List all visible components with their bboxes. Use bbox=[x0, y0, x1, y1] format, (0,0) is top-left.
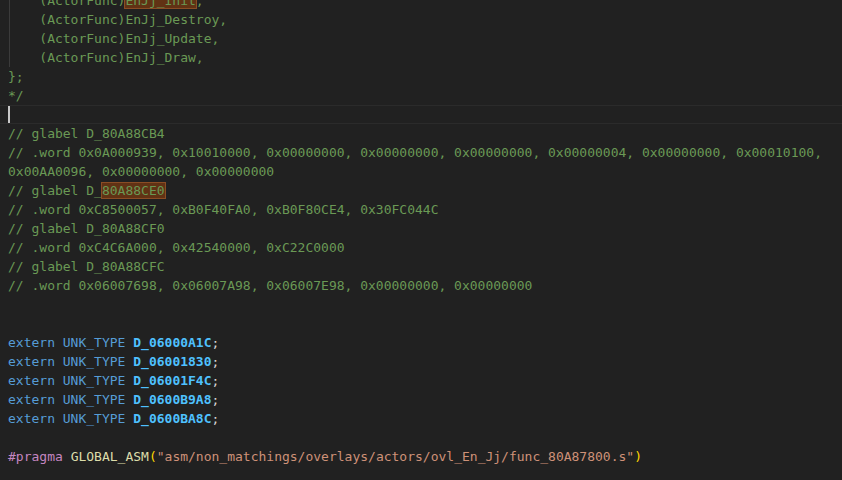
code-line[interactable]: extern UNK_TYPE D_06000A1C; bbox=[0, 333, 842, 352]
code-token: // glabel D_80A88CFC bbox=[8, 259, 165, 274]
code-token: (ActorFunc)EnJj_Draw, bbox=[8, 50, 204, 65]
code-line[interactable] bbox=[0, 295, 842, 314]
code-line[interactable]: // glabel D_80A88CE0 bbox=[0, 181, 842, 200]
search-match-highlight: 80A88CE0 bbox=[102, 183, 165, 198]
search-match-highlight: EnJj_Init bbox=[125, 0, 195, 8]
code-token: // glabel D_ bbox=[8, 183, 102, 198]
current-code-line[interactable] bbox=[0, 105, 842, 124]
code-token: ; bbox=[212, 373, 220, 388]
editor-screen: (ActorFunc)EnJj_Init, (ActorFunc)EnJj_De… bbox=[0, 0, 842, 480]
code-line[interactable]: (ActorFunc)EnJj_Destroy, bbox=[0, 10, 842, 29]
code-line[interactable]: 0x00AA0096, 0x00000000, 0x00000000 bbox=[0, 162, 842, 181]
code-line[interactable]: // .word 0xC8500057, 0xB0F40FA0, 0xB0F80… bbox=[0, 200, 842, 219]
code-token: ; bbox=[212, 411, 220, 426]
code-token: // .word 0xC8500057, 0xB0F40FA0, 0xB0F80… bbox=[8, 202, 438, 217]
code-line[interactable]: // .word 0xC4C6A000, 0x42540000, 0xC22C0… bbox=[0, 238, 842, 257]
code-token: */ bbox=[8, 88, 24, 103]
code-token: ( bbox=[149, 449, 157, 464]
code-line[interactable]: extern UNK_TYPE D_0600B9A8; bbox=[0, 390, 842, 409]
code-token: D_06001830 bbox=[133, 354, 211, 369]
code-token: UNK_TYPE bbox=[63, 354, 133, 369]
code-token: D_06001F4C bbox=[133, 373, 211, 388]
code-token: ; bbox=[212, 354, 220, 369]
code-token: GLOBAL_ASM bbox=[71, 449, 149, 464]
code-token: // .word 0xC4C6A000, 0x42540000, 0xC22C0… bbox=[8, 240, 345, 255]
indent-guide bbox=[9, 10, 10, 29]
code-line[interactable]: // .word 0x06007698, 0x06007A98, 0x06007… bbox=[0, 276, 842, 295]
code-line[interactable]: (ActorFunc)EnJj_Init, bbox=[0, 0, 842, 10]
code-token: (ActorFunc)EnJj_Update, bbox=[8, 31, 219, 46]
code-token: D_0600B9A8 bbox=[133, 392, 211, 407]
code-token: extern bbox=[8, 354, 63, 369]
code-line[interactable]: }; bbox=[0, 67, 842, 86]
code-token: extern bbox=[8, 335, 63, 350]
code-line[interactable] bbox=[0, 466, 842, 480]
code-token: // glabel D_80A88CF0 bbox=[8, 221, 165, 236]
code-token: "asm/non_matchings/overlays/actors/ovl_E… bbox=[157, 449, 634, 464]
code-token: #pragma bbox=[8, 449, 71, 464]
code-token: extern bbox=[8, 392, 63, 407]
code-token: D_0600BA8C bbox=[133, 411, 211, 426]
code-token: }; bbox=[8, 69, 24, 84]
code-editor[interactable]: (ActorFunc)EnJj_Init, (ActorFunc)EnJj_De… bbox=[0, 0, 842, 480]
code-token: ; bbox=[212, 392, 220, 407]
code-line[interactable]: */ bbox=[0, 86, 842, 105]
code-line[interactable]: (ActorFunc)EnJj_Update, bbox=[0, 29, 842, 48]
code-line[interactable]: // glabel D_80A88CF0 bbox=[0, 219, 842, 238]
code-token: (ActorFunc)EnJj_Destroy, bbox=[8, 12, 227, 27]
code-line[interactable]: // .word 0x0A000939, 0x10010000, 0x00000… bbox=[0, 143, 842, 162]
code-line[interactable]: extern UNK_TYPE D_0600BA8C; bbox=[0, 409, 842, 428]
code-token: ) bbox=[634, 449, 642, 464]
code-token: (ActorFunc) bbox=[8, 0, 125, 8]
code-token: extern bbox=[8, 411, 63, 426]
code-token: 0x00AA0096, 0x00000000, 0x00000000 bbox=[8, 164, 274, 179]
indent-guide bbox=[9, 48, 10, 67]
code-token: // glabel D_80A88CB4 bbox=[8, 126, 165, 141]
code-line[interactable]: extern UNK_TYPE D_06001830; bbox=[0, 352, 842, 371]
indent-guide bbox=[9, 29, 10, 48]
code-token: ; bbox=[212, 335, 220, 350]
code-line[interactable] bbox=[0, 314, 842, 333]
code-line[interactable]: // glabel D_80A88CB4 bbox=[0, 124, 842, 143]
indent-guide bbox=[9, 0, 10, 10]
code-token: , bbox=[196, 0, 204, 8]
code-line[interactable]: extern UNK_TYPE D_06001F4C; bbox=[0, 371, 842, 390]
code-token: // .word 0x0A000939, 0x10010000, 0x00000… bbox=[8, 145, 822, 160]
code-line[interactable] bbox=[0, 428, 842, 447]
code-token: extern bbox=[8, 373, 63, 388]
text-cursor bbox=[8, 106, 10, 123]
code-token: // .word 0x06007698, 0x06007A98, 0x06007… bbox=[8, 278, 532, 293]
code-token: UNK_TYPE bbox=[63, 392, 133, 407]
code-token: D_06000A1C bbox=[133, 335, 211, 350]
code-line[interactable]: (ActorFunc)EnJj_Draw, bbox=[0, 48, 842, 67]
code-token: UNK_TYPE bbox=[63, 411, 133, 426]
code-token: UNK_TYPE bbox=[63, 335, 133, 350]
code-line[interactable]: #pragma GLOBAL_ASM("asm/non_matchings/ov… bbox=[0, 447, 842, 466]
code-token: UNK_TYPE bbox=[63, 373, 133, 388]
code-line[interactable]: // glabel D_80A88CFC bbox=[0, 257, 842, 276]
